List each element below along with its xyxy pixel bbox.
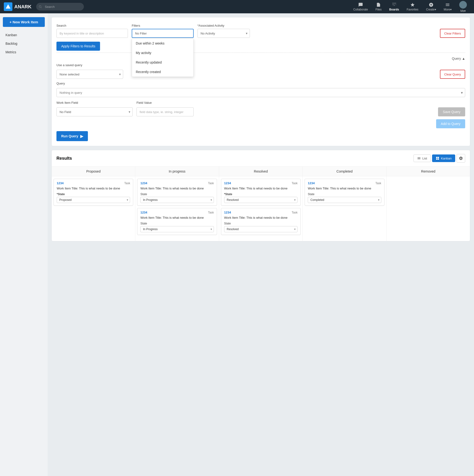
kanban-cards-completed: 1234 Task Work Item Title: This is what … <box>303 176 386 208</box>
apply-filters-button[interactable]: Apply Filters to Results <box>56 42 100 51</box>
filter-row-1: Search Filters No Filter Due within 2 we… <box>56 22 465 38</box>
nav-files[interactable]: Files <box>372 1 385 13</box>
clear-query-button[interactable]: Clear Query <box>440 70 465 79</box>
saved-query-select[interactable]: None selected <box>56 70 123 79</box>
kanban-col-proposed: Proposed 1234 Task Work Item Title: This… <box>52 167 135 241</box>
activity-group: *Associated Activity No Activity <box>198 24 250 38</box>
card-id[interactable]: 1234 <box>224 181 231 185</box>
settings-button[interactable] <box>456 154 465 163</box>
logo-text: ANARK <box>14 4 31 10</box>
card-id[interactable]: 1234 <box>140 181 147 185</box>
card-title: Work Item Title: This is what needs to b… <box>140 186 214 191</box>
clear-query-group: Clear Query <box>440 70 465 79</box>
nav-me[interactable]: Me▾ <box>456 0 470 14</box>
state-select[interactable]: Proposed In Progress Resolved Completed … <box>308 197 381 203</box>
results-title: Results <box>56 156 411 161</box>
card-id[interactable]: 1234 <box>224 211 231 214</box>
card-id[interactable]: 1234 <box>57 181 64 185</box>
card-title: Work Item Title: This is what needs to b… <box>140 216 214 220</box>
state-select[interactable]: Proposed In Progress Resolved Completed … <box>140 226 214 232</box>
card-type: Task <box>208 182 214 185</box>
saved-query-row: Use a saved query None selected Clear Qu… <box>56 63 465 79</box>
filters-label: Filters <box>132 24 194 27</box>
state-select-wrap: Proposed In Progress Resolved Completed … <box>224 226 297 232</box>
card-top: 1234 Task <box>308 181 381 185</box>
top-navigation: ANARK Collaborate Files Boards Favorites… <box>0 0 474 13</box>
saved-query-group: Use a saved query None selected <box>56 63 123 79</box>
nav-boards[interactable]: Boards <box>386 1 402 13</box>
card-top: 1234 Task <box>224 211 297 214</box>
filter-option-myactivity[interactable]: My activity <box>132 48 193 58</box>
save-query-button[interactable]: Save Query <box>438 107 465 116</box>
card-id[interactable]: 1234 <box>308 181 315 185</box>
nav-more[interactable]: More▾ <box>440 1 455 13</box>
state-select[interactable]: Proposed In Progress Resolved Completed … <box>140 197 214 203</box>
state-select[interactable]: Proposed In Progress Resolved Completed … <box>224 197 297 203</box>
query-input-wrap: ▾ <box>56 88 465 97</box>
filter-dropdown-menu: Due within 2 weeks My activity Recently … <box>132 38 194 77</box>
kanban-view-button[interactable]: Kanban <box>432 154 455 162</box>
results-header: Results List Kanban <box>52 150 470 167</box>
kanban-col-header-removed: Removed <box>387 167 470 176</box>
state-select[interactable]: Proposed In Progress Resolved Completed … <box>57 197 130 203</box>
filter-divider <box>56 52 465 53</box>
run-query-button[interactable]: Run Query ▶ <box>56 131 88 141</box>
kanban-col-header-resolved: Resolved <box>219 167 303 176</box>
activity-select-wrap: No Activity <box>198 29 250 38</box>
card-state-label: *State <box>57 192 130 196</box>
sidebar-item-kanban[interactable]: Kanban <box>0 31 48 39</box>
filter-option-due2weeks[interactable]: Due within 2 weeks <box>132 38 193 48</box>
search-input[interactable] <box>56 29 128 38</box>
card-id[interactable]: 1234 <box>140 211 147 214</box>
logo[interactable]: ANARK <box>4 2 31 11</box>
logo-icon <box>4 2 12 11</box>
nav-collaborate[interactable]: Collaborate <box>350 1 371 13</box>
run-query-row: Run Query ▶ <box>56 131 465 141</box>
kanban-col-inprogress: In progress 1234 Task Work Item Title: T… <box>135 167 219 241</box>
clear-filters-button[interactable]: Clear Filters <box>440 29 465 38</box>
search-label: Search <box>56 24 128 27</box>
save-query-group: Save Query <box>438 107 465 116</box>
filter-dropdown-button[interactable]: No Filter <box>132 29 194 38</box>
saved-query-select-wrap: None selected <box>56 70 123 79</box>
global-search-input[interactable] <box>36 3 84 11</box>
card-type: Task <box>208 211 214 214</box>
query-group: Query ▾ <box>56 82 465 97</box>
view-toggle: List Kanban <box>414 154 465 163</box>
sidebar: + New Work Item Kanban Backlog Metrics <box>0 13 48 476</box>
nav-favorites[interactable]: Favorites <box>403 1 422 13</box>
saved-query-label: Use a saved query <box>56 63 123 67</box>
clear-filters-group: Clear Filters <box>440 22 465 38</box>
state-select[interactable]: Proposed In Progress Resolved Completed … <box>224 226 297 232</box>
query-toggle[interactable]: Query ▲ <box>452 57 465 60</box>
query-chevron-icon: ▾ <box>461 90 463 95</box>
results-panel: Results List Kanban <box>52 150 470 241</box>
card-title: Work Item Title: This is what needs to b… <box>308 186 381 191</box>
sidebar-item-metrics[interactable]: Metrics <box>0 48 48 56</box>
state-select-wrap: Proposed In Progress Resolved Completed … <box>308 197 381 203</box>
list-view-button[interactable]: List <box>414 154 431 162</box>
card-type: Task <box>292 211 298 214</box>
activity-select[interactable]: No Activity <box>198 29 250 38</box>
kanban-card: 1234 Task Work Item Title: This is what … <box>137 179 217 206</box>
field-value-input[interactable] <box>136 107 194 116</box>
filter-option-recentlycreated[interactable]: Recently created <box>132 67 193 77</box>
filter-option-recentlyupdated[interactable]: Recently updated <box>132 58 193 67</box>
kanban-col-header-completed: Completed <box>303 167 386 176</box>
query-input[interactable] <box>56 88 465 97</box>
work-item-field-label: Work Item Field <box>56 101 133 104</box>
card-top: 1234 Task <box>57 181 130 185</box>
new-work-item-button[interactable]: + New Work Item <box>3 17 45 27</box>
card-type: Task <box>375 182 381 185</box>
filters-panel: Search Filters No Filter Due within 2 we… <box>52 17 470 146</box>
work-item-field-select-wrap: No Field <box>56 107 133 116</box>
card-state-label: State <box>308 192 381 196</box>
work-item-field-select[interactable]: No Field <box>56 107 133 116</box>
kanban-board: Proposed 1234 Task Work Item Title: This… <box>52 167 470 241</box>
card-title: Work Item Title: This is what needs to b… <box>224 186 297 191</box>
sidebar-item-backlog[interactable]: Backlog <box>0 39 48 48</box>
nav-create[interactable]: Create▾ <box>423 1 439 13</box>
state-select-wrap: Proposed In Progress Resolved Completed … <box>140 226 214 232</box>
field-value-label: Field Value <box>136 101 194 104</box>
add-to-query-button[interactable]: Add to Query <box>436 119 465 128</box>
